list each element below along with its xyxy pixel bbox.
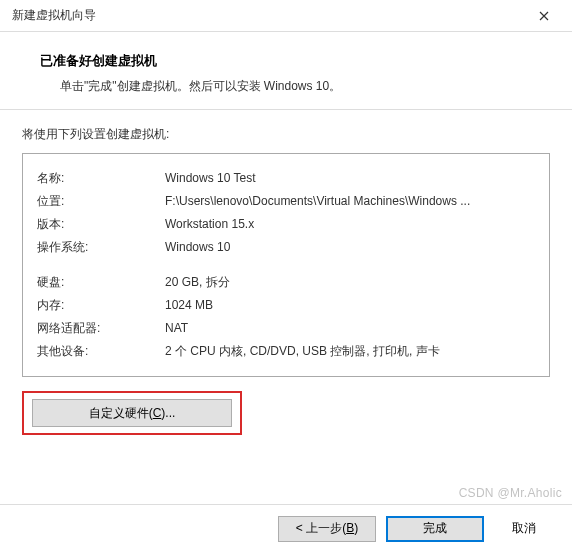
settings-panel: 名称: Windows 10 Test 位置: F:\Users\lenovo\…: [22, 153, 550, 377]
memory-label: 内存:: [37, 293, 165, 316]
watermark: CSDN @Mr.Aholic: [459, 486, 562, 500]
disk-label: 硬盘:: [37, 270, 165, 293]
page-title: 已准备好创建虚拟机: [40, 52, 542, 70]
table-row: 其他设备: 2 个 CPU 内核, CD/DVD, USB 控制器, 打印机, …: [37, 339, 535, 362]
wizard-body: 将使用下列设置创建虚拟机: 名称: Windows 10 Test 位置: F:…: [0, 110, 572, 435]
os-label: 操作系统:: [37, 235, 165, 258]
name-label: 名称:: [37, 166, 165, 189]
customize-hardware-highlight: 自定义硬件(C)...: [22, 391, 242, 435]
table-row: 内存: 1024 MB: [37, 293, 535, 316]
network-label: 网络适配器:: [37, 316, 165, 339]
customize-hardware-button[interactable]: 自定义硬件(C)...: [32, 399, 232, 427]
memory-value: 1024 MB: [165, 293, 535, 316]
finish-button[interactable]: 完成: [386, 516, 484, 542]
disk-value: 20 GB, 拆分: [165, 270, 535, 293]
network-value: NAT: [165, 316, 535, 339]
location-label: 位置:: [37, 189, 165, 212]
name-value: Windows 10 Test: [165, 166, 535, 189]
table-row: 操作系统: Windows 10: [37, 235, 535, 258]
table-row: 名称: Windows 10 Test: [37, 166, 535, 189]
location-value: F:\Users\lenovo\Documents\Virtual Machin…: [165, 189, 535, 212]
table-row: 网络适配器: NAT: [37, 316, 535, 339]
table-row: 版本: Workstation 15.x: [37, 212, 535, 235]
settings-intro: 将使用下列设置创建虚拟机:: [22, 126, 550, 143]
version-value: Workstation 15.x: [165, 212, 535, 235]
close-icon[interactable]: [524, 2, 564, 30]
other-value: 2 个 CPU 内核, CD/DVD, USB 控制器, 打印机, 声卡: [165, 339, 535, 362]
os-value: Windows 10: [165, 235, 535, 258]
wizard-header: 已准备好创建虚拟机 单击"完成"创建虚拟机。然后可以安装 Windows 10。: [0, 32, 572, 110]
wizard-footer: < 上一步(B) 完成 取消: [0, 504, 572, 552]
back-button[interactable]: < 上一步(B): [278, 516, 376, 542]
window-title: 新建虚拟机向导: [12, 7, 96, 24]
other-label: 其他设备:: [37, 339, 165, 362]
table-row: 硬盘: 20 GB, 拆分: [37, 270, 535, 293]
page-subtitle: 单击"完成"创建虚拟机。然后可以安装 Windows 10。: [40, 78, 542, 95]
cancel-button[interactable]: 取消: [494, 516, 554, 542]
version-label: 版本:: [37, 212, 165, 235]
table-row: 位置: F:\Users\lenovo\Documents\Virtual Ma…: [37, 189, 535, 212]
settings-table: 名称: Windows 10 Test 位置: F:\Users\lenovo\…: [37, 166, 535, 362]
titlebar: 新建虚拟机向导: [0, 0, 572, 32]
